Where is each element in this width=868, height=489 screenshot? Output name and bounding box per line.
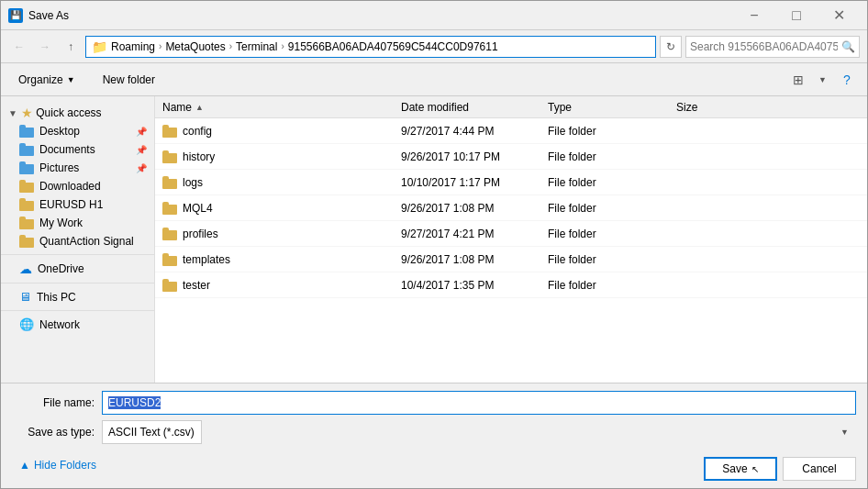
- desktop-folder-icon: [19, 125, 34, 138]
- eurusd-folder-icon: [19, 198, 34, 211]
- back-button[interactable]: ←: [8, 36, 30, 58]
- col-header-type[interactable]: Type: [544, 101, 673, 114]
- sidebar-item-eurusd[interactable]: EURUSD H1: [1, 195, 154, 214]
- table-row[interactable]: config 9/27/2017 4:44 PM File folder: [155, 118, 867, 144]
- search-input[interactable]: [690, 40, 838, 53]
- network-label: Network: [39, 318, 80, 331]
- path-terminal: Terminal: [236, 40, 277, 53]
- up-button[interactable]: ↑: [60, 36, 82, 58]
- file-folder-icon: [162, 253, 177, 266]
- quick-access-header[interactable]: ▼ ★ Quick access: [1, 100, 154, 122]
- refresh-button[interactable]: ↻: [660, 36, 682, 58]
- sidebar-item-network[interactable]: 🌐 Network: [1, 315, 154, 334]
- file-name: profiles: [183, 228, 218, 240]
- path-metaquotes: MetaQuotes: [165, 40, 225, 53]
- path-sep-3: ›: [281, 41, 284, 51]
- table-row[interactable]: templates 9/26/2017 1:08 PM File folder: [155, 247, 867, 272]
- title-bar: 💾 Save As − □ ✕: [1, 1, 867, 30]
- table-row[interactable]: MQL4 9/26/2017 1:08 PM File folder: [155, 195, 867, 221]
- file-folder-icon: [162, 228, 177, 240]
- address-path[interactable]: 📁 Roaming › MetaQuotes › Terminal › 9155…: [85, 36, 656, 58]
- filetype-row: Save as type: ASCII Text (*.csv): [12, 420, 856, 444]
- sidebar-item-downloaded[interactable]: Downloaded: [1, 177, 154, 195]
- bottom-section: File name: Save as type: ASCII Text (*.c…: [1, 383, 867, 488]
- file-name: templates: [183, 253, 230, 266]
- col-header-size[interactable]: Size: [673, 101, 746, 114]
- file-date: 10/10/2017 1:17 PM: [397, 176, 544, 189]
- save-as-dialog: 💾 Save As − □ ✕ ← → ↑ 📁 Roaming › MetaQu…: [0, 0, 868, 489]
- col-date-label: Date modified: [401, 101, 469, 114]
- window-controls: − □ ✕: [733, 1, 860, 30]
- new-folder-label: New folder: [103, 73, 155, 86]
- filename-row: File name:: [12, 391, 856, 415]
- sidebar-item-pictures[interactable]: Pictures 📌: [1, 159, 154, 177]
- sidebar-item-desktop[interactable]: Desktop 📌: [1, 122, 154, 140]
- sidebar-item-onedrive[interactable]: ☁ OneDrive: [1, 259, 154, 279]
- sidebar-item-mywork[interactable]: My Work: [1, 214, 154, 232]
- view-toggle-button[interactable]: ⊞: [785, 67, 811, 93]
- bottom-footer: ▲ Hide Folders Save ↖ Cancel: [12, 450, 856, 481]
- file-type: File folder: [544, 228, 673, 240]
- onedrive-label: OneDrive: [38, 262, 84, 275]
- network-icon: 🌐: [19, 317, 34, 331]
- sidebar: ▼ ★ Quick access Desktop 📌 Documents 📌 P…: [1, 96, 155, 383]
- minimize-button[interactable]: −: [733, 1, 775, 30]
- toolbar: Organize ▼ New folder ⊞ ▼ ?: [1, 63, 867, 96]
- organize-arrow: ▼: [67, 75, 75, 84]
- file-folder-icon: [162, 202, 177, 215]
- file-list: Name ▲ Date modified Type Size config: [155, 96, 867, 383]
- window-title: Save As: [28, 9, 733, 22]
- sidebar-item-documents[interactable]: Documents 📌: [1, 140, 154, 159]
- filename-input[interactable]: [102, 391, 856, 415]
- view-dropdown-arrow: ▼: [818, 75, 827, 84]
- quick-access-label: Quick access: [36, 106, 101, 119]
- pictures-label: Pictures: [39, 161, 79, 174]
- file-name: config: [183, 125, 212, 138]
- file-date: 9/26/2017 1:08 PM: [397, 202, 544, 215]
- col-header-name[interactable]: Name ▲: [159, 101, 397, 114]
- quick-access-arrow: ▼: [8, 108, 17, 118]
- col-header-date[interactable]: Date modified: [397, 101, 544, 114]
- path-roaming: Roaming: [111, 40, 155, 53]
- hide-folders-btn[interactable]: ▲ Hide Folders: [12, 455, 104, 475]
- close-button[interactable]: ✕: [818, 1, 860, 30]
- table-row[interactable]: logs 10/10/2017 1:17 PM File folder: [155, 170, 867, 195]
- maximize-button[interactable]: □: [775, 1, 818, 30]
- file-type: File folder: [544, 150, 673, 163]
- path-sep-2: ›: [229, 41, 232, 51]
- sidebar-item-thispc[interactable]: 🖥 This PC: [1, 287, 154, 306]
- documents-label: Documents: [39, 143, 95, 156]
- save-cursor-icon: ↖: [751, 464, 759, 474]
- save-button[interactable]: Save ↖: [704, 457, 777, 481]
- help-button[interactable]: ?: [834, 67, 860, 93]
- pictures-folder-icon: [19, 161, 34, 174]
- documents-folder-icon: [19, 143, 34, 156]
- filetype-label: Save as type:: [12, 426, 95, 439]
- forward-button[interactable]: →: [34, 36, 56, 58]
- table-row[interactable]: tester 10/4/2017 1:35 PM File folder: [155, 272, 867, 298]
- organize-button[interactable]: Organize ▼: [8, 67, 85, 93]
- path-sep-1: ›: [159, 41, 161, 51]
- file-type: File folder: [544, 253, 673, 266]
- filetype-select[interactable]: ASCII Text (*.csv): [102, 420, 202, 444]
- file-name: history: [183, 150, 215, 163]
- file-date: 9/26/2017 10:17 PM: [397, 150, 544, 163]
- file-type: File folder: [544, 176, 673, 189]
- quick-access-icon: ★: [21, 106, 33, 120]
- desktop-label: Desktop: [39, 125, 80, 138]
- sidebar-item-quantaction[interactable]: QuantAction Signal: [1, 232, 154, 250]
- file-type: File folder: [544, 202, 673, 215]
- sort-arrow: ▲: [195, 103, 204, 112]
- table-row[interactable]: profiles 9/27/2017 4:21 PM File folder: [155, 221, 867, 247]
- table-row[interactable]: history 9/26/2017 10:17 PM File folder: [155, 144, 867, 170]
- col-name-label: Name: [162, 101, 192, 114]
- documents-pin: 📌: [136, 145, 147, 155]
- window-icon: 💾: [8, 8, 23, 23]
- search-box[interactable]: 🔍: [685, 36, 860, 58]
- file-rows-container: config 9/27/2017 4:44 PM File folder his…: [155, 118, 867, 298]
- save-label: Save: [722, 462, 747, 475]
- new-folder-button[interactable]: New folder: [93, 67, 165, 93]
- mywork-folder-icon: [19, 217, 34, 229]
- cancel-button[interactable]: Cancel: [783, 457, 856, 481]
- sidebar-separator-2: [1, 283, 154, 283]
